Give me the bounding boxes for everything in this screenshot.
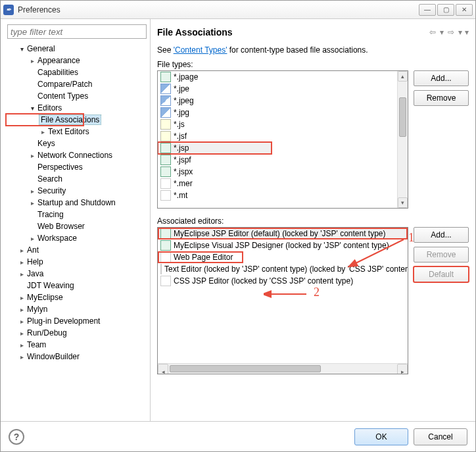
remove-editor-button[interactable]: Remove — [414, 247, 469, 263]
editor-icon — [160, 240, 171, 251]
associated-editors-list[interactable]: MyEclipse JSP Editor (default) (locked b… — [157, 227, 408, 374]
expand-icon[interactable]: ▸ — [18, 341, 26, 349]
editor-item[interactable]: MyEclipse Visual JSP Designer (locked by… — [158, 239, 408, 251]
scrollbar-horizontal[interactable]: ◂ ▸ — [158, 363, 408, 374]
scrollbar-vertical[interactable]: ▴ ▾ — [397, 71, 408, 208]
tree-item-network[interactable]: ▸Network Connections — [6, 149, 147, 161]
maximize-button[interactable]: ▢ — [437, 4, 454, 16]
file-extension-label: *.jpage — [174, 72, 198, 82]
editor-item[interactable]: CSS JSP Editor (locked by 'CSS JSP' cont… — [158, 275, 408, 287]
preferences-window: ✒ Preferences — ▢ ✕ ▾General ▸Appearance… — [0, 0, 476, 452]
preferences-tree[interactable]: ▾General ▸Appearance Capabilities Compar… — [3, 43, 147, 417]
file-type-item[interactable]: *.jsf — [158, 130, 397, 142]
tree-item-search[interactable]: Search — [6, 173, 147, 185]
file-type-item[interactable]: *.js — [158, 118, 397, 130]
back-icon[interactable]: ⇦ — [428, 28, 437, 37]
tree-item-java[interactable]: ▸Java — [6, 268, 147, 280]
expand-icon[interactable]: ▸ — [18, 353, 26, 361]
scroll-thumb[interactable] — [170, 365, 321, 372]
scroll-left-icon[interactable]: ◂ — [158, 364, 168, 374]
expand-icon[interactable]: ▸ — [18, 318, 26, 325]
tree-item-windowbuilder[interactable]: ▸WindowBuilder — [6, 351, 147, 363]
page-title: File Associations — [157, 27, 428, 38]
tree-item-content-types[interactable]: Content Types — [6, 90, 147, 102]
tree-item-ant[interactable]: ▸Ant — [6, 244, 147, 256]
filter-input[interactable] — [7, 24, 147, 39]
expand-icon[interactable]: ▸ — [18, 306, 26, 313]
tree-item-security[interactable]: ▸Security — [6, 185, 147, 197]
editor-name-label: CSS JSP Editor (locked by 'CSS JSP' cont… — [174, 276, 353, 286]
remove-file-type-button[interactable]: Remove — [414, 90, 469, 106]
expand-icon[interactable]: ▸ — [18, 270, 26, 278]
file-type-item[interactable]: *.jpage — [158, 71, 397, 83]
tree-item-jdt[interactable]: JDT Weaving — [6, 280, 147, 291]
scroll-up-icon[interactable]: ▴ — [398, 71, 408, 82]
tree-item-compare[interactable]: Compare/Patch — [6, 78, 147, 90]
expand-icon[interactable]: ▸ — [28, 152, 36, 159]
tree-item-help[interactable]: ▸Help — [6, 256, 147, 268]
tree-item-editors[interactable]: ▾Editors — [6, 102, 147, 114]
file-type-item[interactable]: *.mt — [158, 189, 397, 201]
window-title: Preferences — [18, 5, 419, 14]
forward-icon[interactable]: ⇨ — [446, 28, 456, 37]
file-extension-label: *.js — [174, 120, 185, 129]
tree-item-text-editors[interactable]: ▸Text Editors — [6, 126, 147, 138]
expand-icon[interactable]: ▸ — [18, 330, 26, 337]
expand-icon[interactable]: ▾ — [28, 105, 36, 112]
file-type-item[interactable]: *.jpg — [158, 107, 397, 118]
file-extension-label: *.jpe — [174, 84, 189, 93]
scroll-right-icon[interactable]: ▸ — [397, 364, 408, 374]
file-type-item[interactable]: *.jpe — [158, 83, 397, 95]
expand-icon[interactable]: ▸ — [28, 57, 36, 64]
tree-item-keys[interactable]: Keys — [6, 138, 147, 149]
tree-item-startup[interactable]: ▸Startup and Shutdown — [6, 197, 147, 209]
editor-item[interactable]: MyEclipse JSP Editor (default) (locked b… — [158, 228, 408, 239]
add-editor-button[interactable]: Add... — [414, 227, 469, 243]
editor-item[interactable]: Text Editor (locked by 'JSP' content typ… — [158, 263, 408, 275]
file-type-item[interactable]: *.jspf — [158, 154, 397, 166]
file-type-item[interactable]: *.jsp — [158, 142, 272, 154]
tree-item-appearance[interactable]: ▸Appearance — [6, 55, 147, 66]
expand-icon[interactable]: ▸ — [28, 199, 36, 207]
expand-icon[interactable]: ▸ — [18, 247, 26, 254]
file-icon — [160, 143, 171, 153]
scroll-down-icon[interactable]: ▾ — [398, 197, 408, 208]
tree-item-workspace[interactable]: ▸Workspace — [6, 232, 147, 244]
expand-icon[interactable]: ▸ — [18, 294, 26, 301]
tree-item-web-browser[interactable]: Web Browser — [6, 220, 147, 232]
editor-item[interactable]: Web Page Editor — [158, 251, 408, 263]
tree-item-general[interactable]: ▾General — [6, 43, 147, 55]
menu-icon[interactable]: ▾ — [465, 28, 469, 37]
tree-item-file-associations[interactable]: File Associations — [6, 114, 83, 126]
tree-item-plugin[interactable]: ▸Plug-in Development — [6, 315, 147, 327]
expand-icon[interactable]: ▸ — [39, 128, 47, 136]
expand-icon[interactable]: ▸ — [28, 188, 36, 195]
tree-item-team[interactable]: ▸Team — [6, 339, 147, 351]
editor-icon — [160, 276, 171, 286]
minimize-button[interactable]: — — [419, 4, 436, 16]
ok-button[interactable]: OK — [354, 428, 408, 445]
tree-item-myeclipse[interactable]: ▸MyEclipse — [6, 291, 147, 303]
help-icon[interactable]: ? — [9, 429, 24, 445]
add-file-type-button[interactable]: Add... — [414, 70, 469, 86]
scroll-thumb[interactable] — [399, 97, 406, 137]
file-type-item[interactable]: *.jspx — [158, 166, 397, 178]
content-area: File Associations ⇦▾ ⇨▾ ▾ See 'Content T… — [151, 19, 475, 421]
file-extension-label: *.jpg — [174, 108, 189, 117]
tree-item-mylyn[interactable]: ▸Mylyn — [6, 303, 147, 315]
file-types-list[interactable]: *.jpage*.jpe*.jpeg*.jpg*.js*.jsf*.jsp*.j… — [157, 70, 408, 209]
tree-item-tracing[interactable]: Tracing — [6, 209, 147, 220]
expand-icon[interactable]: ▸ — [28, 235, 36, 242]
close-button[interactable]: ✕ — [456, 4, 473, 16]
cancel-button[interactable]: Cancel — [414, 428, 467, 445]
file-type-item[interactable]: *.jpeg — [158, 95, 397, 107]
content-types-link[interactable]: 'Content Types' — [174, 45, 227, 55]
default-editor-button[interactable]: Default — [414, 266, 469, 282]
tree-item-perspectives[interactable]: Perspectives — [6, 161, 147, 173]
file-type-item[interactable]: *.mer — [158, 178, 397, 189]
expand-icon[interactable]: ▸ — [18, 259, 26, 266]
file-icon — [160, 95, 171, 106]
tree-item-rundebug[interactable]: ▸Run/Debug — [6, 327, 147, 339]
expand-icon[interactable]: ▾ — [18, 45, 26, 53]
tree-item-capabilities[interactable]: Capabilities — [6, 66, 147, 78]
